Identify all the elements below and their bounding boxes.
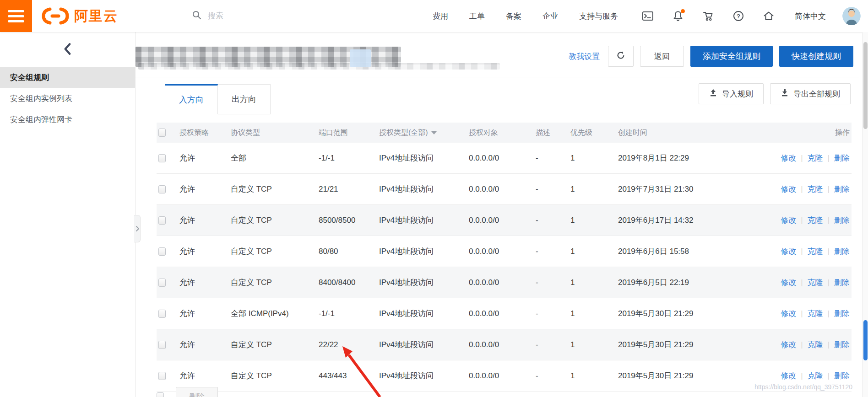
cell-protocol: 全部 ICMP(IPv4) bbox=[231, 308, 319, 319]
cart-icon[interactable] bbox=[702, 10, 714, 22]
home-icon[interactable] bbox=[763, 10, 775, 22]
row-action-delete[interactable]: 删除 bbox=[834, 371, 850, 380]
row-action-clone[interactable]: 克隆 bbox=[808, 340, 823, 349]
row-action-delete[interactable]: 删除 bbox=[834, 185, 850, 193]
row-action-clone[interactable]: 克隆 bbox=[808, 185, 823, 193]
back-button[interactable]: 返回 bbox=[640, 46, 684, 67]
add-security-group-rule-button[interactable]: 添加安全组规则 bbox=[690, 46, 773, 67]
teach-me-setup-link[interactable]: 教我设置 bbox=[569, 51, 600, 62]
cell-actions: 修改|克隆|删除 bbox=[736, 339, 852, 350]
hamburger-menu-icon[interactable] bbox=[0, 0, 32, 32]
row-action-modify[interactable]: 修改 bbox=[781, 247, 796, 256]
row-action-modify[interactable]: 修改 bbox=[781, 216, 796, 225]
action-separator: | bbox=[801, 216, 803, 225]
cell-policy: 允许 bbox=[179, 339, 231, 350]
row-checkbox[interactable] bbox=[158, 185, 166, 193]
cell-priority: 1 bbox=[570, 216, 618, 225]
row-action-modify[interactable]: 修改 bbox=[781, 154, 796, 162]
user-avatar[interactable] bbox=[842, 7, 861, 25]
cell-policy: 允许 bbox=[179, 215, 231, 225]
col-priority: 优先级 bbox=[570, 128, 618, 138]
row-action-clone[interactable]: 克隆 bbox=[808, 247, 823, 256]
header-divider bbox=[136, 77, 859, 77]
bulk-delete-button[interactable]: 删除 bbox=[176, 387, 218, 397]
export-all-rules-button[interactable]: 导出全部规则 bbox=[770, 83, 851, 104]
search-input[interactable] bbox=[208, 11, 313, 21]
brand-bracket-icon bbox=[40, 7, 71, 25]
action-separator: | bbox=[828, 371, 830, 380]
row-checkbox[interactable] bbox=[158, 341, 166, 349]
row-action-delete[interactable]: 删除 bbox=[834, 278, 850, 287]
bulk-select-checkbox[interactable] bbox=[157, 392, 164, 397]
topbar: 阿里云 费用 工单 备案 企业 支持与服务 bbox=[0, 0, 868, 32]
row-action-modify[interactable]: 修改 bbox=[781, 278, 796, 287]
row-action-clone[interactable]: 克隆 bbox=[808, 309, 823, 318]
row-checkbox[interactable] bbox=[158, 310, 166, 318]
cell-auth-object: 0.0.0.0/0 bbox=[469, 309, 536, 318]
row-checkbox[interactable] bbox=[158, 372, 166, 380]
row-action-clone[interactable]: 克隆 bbox=[808, 278, 823, 287]
language-selector[interactable]: 简体中文 bbox=[795, 11, 826, 21]
row-action-delete[interactable]: 删除 bbox=[834, 309, 850, 318]
cell-actions: 修改|克隆|删除 bbox=[736, 153, 852, 163]
quick-create-rule-button[interactable]: 快速创建规则 bbox=[779, 46, 853, 67]
search-icon bbox=[191, 10, 202, 22]
row-action-clone[interactable]: 克隆 bbox=[808, 371, 823, 380]
cell-policy: 允许 bbox=[179, 246, 231, 257]
row-checkbox[interactable] bbox=[158, 247, 166, 256]
sidebar-item-instances-in-group[interactable]: 安全组内实例列表 bbox=[0, 88, 135, 109]
page-header: 教我设置 返回 添加安全组规则 快速创建规则 bbox=[143, 44, 857, 70]
action-separator: | bbox=[801, 154, 803, 162]
action-separator: | bbox=[828, 185, 830, 193]
tab-inbound[interactable]: 入方向 bbox=[165, 84, 218, 114]
select-all-checkbox[interactable] bbox=[158, 129, 166, 137]
row-action-modify[interactable]: 修改 bbox=[781, 309, 796, 318]
sidebar-expand-handle[interactable] bbox=[134, 215, 141, 242]
csdn-watermark: https://blog.csdn.net/qq_39751120 bbox=[754, 383, 852, 391]
row-action-clone[interactable]: 克隆 bbox=[808, 154, 823, 162]
row-action-modify[interactable]: 修改 bbox=[781, 371, 796, 380]
row-checkbox[interactable] bbox=[158, 279, 166, 287]
row-action-clone[interactable]: 克隆 bbox=[808, 216, 823, 225]
row-action-modify[interactable]: 修改 bbox=[781, 185, 796, 193]
cell-priority: 1 bbox=[570, 371, 618, 381]
row-checkbox[interactable] bbox=[158, 154, 166, 162]
row-action-modify[interactable]: 修改 bbox=[781, 340, 796, 349]
topbar-search[interactable] bbox=[191, 10, 329, 22]
refresh-button[interactable] bbox=[608, 46, 634, 67]
scrollbar-thumb[interactable] bbox=[863, 42, 868, 129]
cell-description: - bbox=[536, 371, 570, 381]
cell-description: - bbox=[536, 309, 570, 318]
cell-actions: 修改|克隆|删除 bbox=[736, 246, 852, 257]
nav-support[interactable]: 支持与服务 bbox=[579, 11, 618, 21]
sidebar-item-security-group-rules[interactable]: 安全组规则 bbox=[0, 67, 135, 88]
page-scrollbar[interactable] bbox=[862, 32, 868, 397]
import-rules-button[interactable]: 导入规则 bbox=[699, 83, 764, 104]
action-separator: | bbox=[828, 247, 830, 256]
action-separator: | bbox=[801, 185, 803, 193]
cell-auth-type: IPv4地址段访问 bbox=[379, 246, 469, 257]
row-action-delete[interactable]: 删除 bbox=[834, 216, 850, 225]
censored-subtitle-mosaic bbox=[138, 63, 500, 70]
row-checkbox[interactable] bbox=[158, 216, 166, 225]
help-icon[interactable]: ? bbox=[732, 10, 744, 22]
filter-caret-icon[interactable] bbox=[431, 131, 437, 134]
bell-icon[interactable] bbox=[672, 10, 684, 22]
nav-tickets[interactable]: 工单 bbox=[469, 11, 485, 21]
cell-auth-object: 0.0.0.0/0 bbox=[469, 154, 536, 163]
cell-auth-type: IPv4地址段访问 bbox=[379, 277, 469, 288]
row-action-delete[interactable]: 删除 bbox=[834, 340, 850, 349]
nav-billing[interactable]: 费用 bbox=[433, 11, 448, 21]
alibaba-cloud-logo[interactable]: 阿里云 bbox=[40, 7, 118, 26]
export-all-rules-label: 导出全部规则 bbox=[793, 89, 840, 99]
sidebar-item-enis-in-group[interactable]: 安全组内弹性网卡 bbox=[0, 109, 135, 130]
nav-icp[interactable]: 备案 bbox=[506, 11, 521, 21]
row-action-delete[interactable]: 删除 bbox=[834, 247, 850, 256]
console-icon[interactable] bbox=[642, 10, 654, 22]
cell-policy: 允许 bbox=[179, 153, 231, 163]
row-action-delete[interactable]: 删除 bbox=[834, 154, 850, 162]
tab-outbound[interactable]: 出方向 bbox=[218, 84, 271, 114]
header-actions: 教我设置 返回 添加安全组规则 快速创建规则 bbox=[569, 46, 853, 67]
nav-enterprise[interactable]: 企业 bbox=[542, 11, 558, 21]
sidebar-collapse-button[interactable] bbox=[0, 32, 135, 67]
